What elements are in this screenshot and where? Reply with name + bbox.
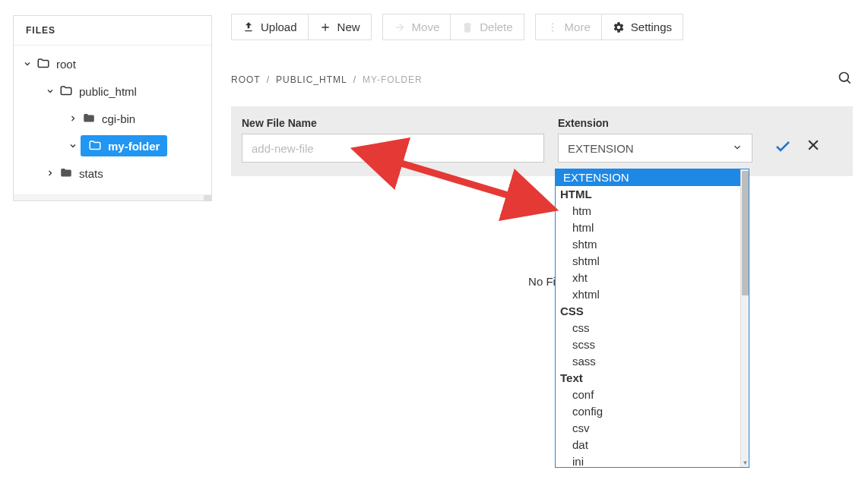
dropdown-group-html: HTML — [556, 186, 749, 203]
toolbar-group-settings: More Settings — [535, 14, 683, 40]
folder-tree: rootpublic_htmlcgi-binmy-folderstats — [14, 46, 211, 194]
folder-icon — [58, 84, 74, 98]
folder-icon — [81, 112, 97, 125]
tree-item-label: cgi-bin — [102, 112, 135, 125]
tree-item-cgi-bin[interactable]: cgi-bin — [14, 105, 211, 132]
move-label: Move — [412, 21, 440, 33]
tree-item-root[interactable]: root — [14, 50, 211, 77]
tree-item-label: my-folder — [108, 140, 160, 153]
dropdown-option[interactable]: html — [556, 219, 749, 236]
breadcrumb: ROOT/PUBLIC_HTML/MY-FOLDER — [231, 74, 423, 85]
cancel-icon[interactable] — [806, 137, 821, 158]
search-icon[interactable] — [838, 71, 853, 88]
file-name-input[interactable] — [242, 134, 544, 163]
sidebar-scrollbar[interactable] — [14, 194, 211, 200]
tree-item-my-folder[interactable]: my-folder — [14, 132, 211, 159]
breadcrumb-row: ROOT/PUBLIC_HTML/MY-FOLDER — [231, 71, 853, 88]
breadcrumb-part[interactable]: ROOT — [231, 74, 261, 85]
new-button[interactable]: New — [309, 14, 372, 40]
svg-point-0 — [551, 23, 553, 25]
toolbar: Upload New Move Delete — [231, 14, 853, 40]
chevron-right-icon[interactable] — [65, 114, 81, 123]
tree-item-stats[interactable]: stats — [14, 159, 211, 187]
more-icon — [546, 21, 559, 33]
sidebar-title: FILES — [14, 16, 211, 46]
dropdown-option[interactable]: ini — [556, 453, 749, 468]
folder-icon — [58, 166, 74, 180]
settings-label: Settings — [631, 21, 672, 33]
dropdown-option[interactable]: conf — [556, 387, 749, 403]
empty-state-text: No Fi — [231, 275, 853, 288]
toolbar-group-edit: Move Delete — [382, 14, 524, 40]
delete-label: Delete — [480, 21, 512, 33]
new-label: New — [337, 21, 360, 33]
confirm-icon[interactable] — [774, 137, 792, 158]
settings-button[interactable]: Settings — [602, 14, 683, 40]
dropdown-group-css: CSS — [556, 303, 749, 320]
toolbar-group-file: Upload New — [231, 14, 372, 40]
more-label: More — [565, 21, 591, 33]
extension-label: Extension — [558, 117, 752, 129]
chevron-down-icon — [732, 142, 743, 155]
extension-field: Extension EXTENSION — [558, 117, 752, 163]
chevron-down-icon[interactable] — [65, 141, 81, 150]
extension-selected-value: EXTENSION — [568, 142, 634, 155]
dropdown-scrollbar[interactable]: ▼ — [740, 169, 749, 467]
more-button: More — [535, 14, 602, 40]
tree-item-label: root — [56, 58, 76, 71]
trash-icon — [461, 21, 474, 33]
gear-icon — [613, 21, 625, 33]
chevron-down-icon[interactable] — [20, 59, 35, 68]
dropdown-option-selected[interactable]: EXTENSION — [556, 169, 749, 186]
file-name-label: New File Name — [242, 117, 544, 129]
dropdown-option[interactable]: xht — [556, 270, 749, 286]
new-file-actions — [774, 137, 821, 163]
dropdown-option[interactable]: scss — [556, 336, 749, 353]
extension-dropdown[interactable]: EXTENSIONHTMLhtmhtmlshtmshtmlxhtxhtmlCSS… — [555, 169, 749, 468]
chevron-down-icon[interactable] — [43, 87, 58, 96]
new-file-panel: New File Name Extension EXTENSION — [231, 106, 853, 176]
dropdown-option[interactable]: shtml — [556, 253, 749, 270]
svg-point-1 — [551, 26, 553, 28]
dropdown-option[interactable]: shtm — [556, 236, 749, 253]
upload-icon — [242, 21, 255, 33]
breadcrumb-separator: / — [267, 74, 270, 85]
breadcrumb-part[interactable]: PUBLIC_HTML — [276, 74, 347, 85]
chevron-right-icon[interactable] — [43, 169, 58, 178]
tree-item-public_html[interactable]: public_html — [14, 77, 211, 105]
delete-button: Delete — [451, 14, 524, 40]
svg-point-3 — [840, 73, 849, 82]
tree-item-label: stats — [79, 167, 103, 180]
breadcrumb-part: MY-FOLDER — [363, 74, 423, 85]
move-icon — [394, 21, 406, 33]
upload-button[interactable]: Upload — [231, 14, 309, 40]
dropdown-option[interactable]: xhtml — [556, 286, 749, 303]
dropdown-option[interactable]: htm — [556, 203, 749, 219]
dropdown-option[interactable]: config — [556, 403, 749, 420]
breadcrumb-separator: / — [353, 74, 356, 85]
dropdown-option[interactable]: dat — [556, 437, 749, 453]
main-panel: Upload New Move Delete — [231, 14, 853, 288]
move-button: Move — [382, 14, 451, 40]
upload-label: Upload — [261, 21, 297, 33]
svg-line-4 — [847, 80, 851, 84]
folder-icon — [35, 57, 52, 71]
dropdown-group-text: Text — [556, 370, 749, 387]
svg-point-2 — [551, 30, 553, 32]
file-name-field: New File Name — [242, 117, 544, 163]
dropdown-option[interactable]: sass — [556, 353, 749, 370]
tree-item-label: public_html — [79, 85, 137, 98]
dropdown-option[interactable]: css — [556, 320, 749, 336]
extension-select[interactable]: EXTENSION — [558, 134, 752, 163]
folder-icon — [87, 139, 103, 153]
files-sidebar: FILES rootpublic_htmlcgi-binmy-foldersta… — [13, 15, 212, 201]
plus-icon — [319, 21, 331, 33]
dropdown-option[interactable]: csv — [556, 420, 749, 437]
